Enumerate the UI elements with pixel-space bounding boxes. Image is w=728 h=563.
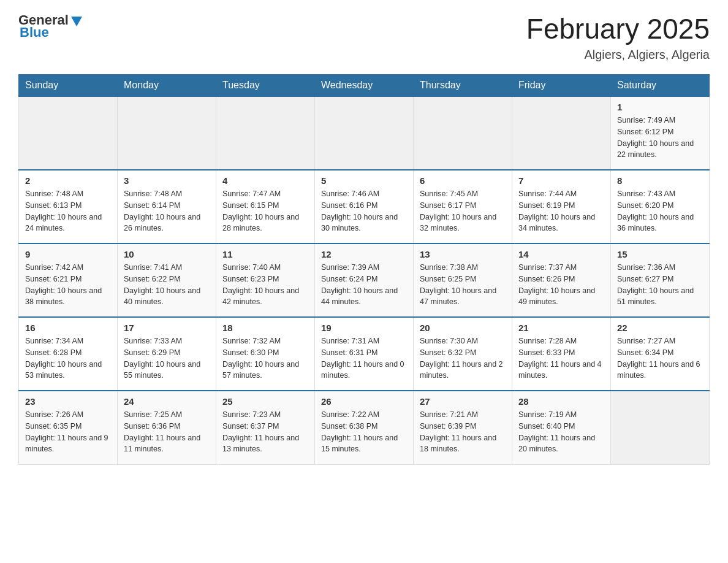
day-info: Sunrise: 7:22 AM Sunset: 6:38 PM Dayligh… xyxy=(321,409,407,455)
calendar-week-row: 1Sunrise: 7:49 AM Sunset: 6:12 PM Daylig… xyxy=(19,96,710,170)
day-info: Sunrise: 7:48 AM Sunset: 6:13 PM Dayligh… xyxy=(25,188,111,234)
calendar-week-row: 2Sunrise: 7:48 AM Sunset: 6:13 PM Daylig… xyxy=(19,170,710,243)
day-info: Sunrise: 7:42 AM Sunset: 6:21 PM Dayligh… xyxy=(25,262,111,308)
day-number: 1 xyxy=(617,102,703,112)
calendar-cell xyxy=(611,391,710,464)
calendar-cell: 26Sunrise: 7:22 AM Sunset: 6:38 PM Dayli… xyxy=(315,391,414,464)
day-info: Sunrise: 7:38 AM Sunset: 6:25 PM Dayligh… xyxy=(420,262,506,308)
calendar-cell: 10Sunrise: 7:41 AM Sunset: 6:22 PM Dayli… xyxy=(118,243,216,317)
day-info: Sunrise: 7:48 AM Sunset: 6:14 PM Dayligh… xyxy=(124,188,210,234)
logo: General Blue xyxy=(18,12,83,40)
col-header-thursday: Thursday xyxy=(414,75,512,97)
day-number: 27 xyxy=(420,396,506,407)
day-number: 12 xyxy=(321,249,407,259)
day-info: Sunrise: 7:39 AM Sunset: 6:24 PM Dayligh… xyxy=(321,262,407,308)
calendar-cell: 12Sunrise: 7:39 AM Sunset: 6:24 PM Dayli… xyxy=(315,243,414,317)
day-number: 6 xyxy=(420,175,506,186)
day-info: Sunrise: 7:41 AM Sunset: 6:22 PM Dayligh… xyxy=(124,262,210,308)
day-info: Sunrise: 7:37 AM Sunset: 6:26 PM Dayligh… xyxy=(518,262,604,308)
calendar-cell: 25Sunrise: 7:23 AM Sunset: 6:37 PM Dayli… xyxy=(216,391,315,464)
logo-triangle-icon xyxy=(70,14,83,28)
calendar-cell: 4Sunrise: 7:47 AM Sunset: 6:15 PM Daylig… xyxy=(216,170,315,243)
calendar-cell: 7Sunrise: 7:44 AM Sunset: 6:19 PM Daylig… xyxy=(512,170,611,243)
calendar-cell: 18Sunrise: 7:32 AM Sunset: 6:30 PM Dayli… xyxy=(216,317,315,391)
calendar-cell: 2Sunrise: 7:48 AM Sunset: 6:13 PM Daylig… xyxy=(19,170,118,243)
calendar-week-row: 23Sunrise: 7:26 AM Sunset: 6:35 PM Dayli… xyxy=(19,391,710,464)
calendar-week-row: 16Sunrise: 7:34 AM Sunset: 6:28 PM Dayli… xyxy=(19,317,710,391)
day-number: 11 xyxy=(222,249,308,259)
calendar-cell: 23Sunrise: 7:26 AM Sunset: 6:35 PM Dayli… xyxy=(19,391,118,464)
day-number: 3 xyxy=(124,175,210,186)
calendar-cell: 13Sunrise: 7:38 AM Sunset: 6:25 PM Dayli… xyxy=(414,243,512,317)
day-number: 25 xyxy=(222,396,308,407)
day-info: Sunrise: 7:44 AM Sunset: 6:19 PM Dayligh… xyxy=(518,188,604,234)
day-number: 17 xyxy=(124,323,210,333)
col-header-tuesday: Tuesday xyxy=(216,75,315,97)
logo-blue-text: Blue xyxy=(20,25,49,40)
calendar-cell xyxy=(512,96,611,170)
day-info: Sunrise: 7:31 AM Sunset: 6:31 PM Dayligh… xyxy=(321,335,407,381)
col-header-sunday: Sunday xyxy=(19,75,118,97)
day-info: Sunrise: 7:25 AM Sunset: 6:36 PM Dayligh… xyxy=(124,409,210,455)
day-info: Sunrise: 7:49 AM Sunset: 6:12 PM Dayligh… xyxy=(617,115,703,161)
calendar-cell: 19Sunrise: 7:31 AM Sunset: 6:31 PM Dayli… xyxy=(315,317,414,391)
day-number: 2 xyxy=(25,175,111,186)
day-number: 20 xyxy=(420,323,506,333)
day-number: 8 xyxy=(617,175,703,186)
day-number: 19 xyxy=(321,323,407,333)
day-number: 13 xyxy=(420,249,506,259)
day-number: 24 xyxy=(124,396,210,407)
calendar-cell xyxy=(118,96,216,170)
col-header-wednesday: Wednesday xyxy=(315,75,414,97)
calendar-cell: 1Sunrise: 7:49 AM Sunset: 6:12 PM Daylig… xyxy=(611,96,710,170)
day-number: 23 xyxy=(25,396,111,407)
col-header-friday: Friday xyxy=(512,75,611,97)
day-number: 28 xyxy=(518,396,604,407)
calendar-cell: 17Sunrise: 7:33 AM Sunset: 6:29 PM Dayli… xyxy=(118,317,216,391)
day-number: 7 xyxy=(518,175,604,186)
calendar-cell xyxy=(19,96,118,170)
day-info: Sunrise: 7:43 AM Sunset: 6:20 PM Dayligh… xyxy=(617,188,703,234)
day-number: 14 xyxy=(518,249,604,259)
calendar-cell: 5Sunrise: 7:46 AM Sunset: 6:16 PM Daylig… xyxy=(315,170,414,243)
day-info: Sunrise: 7:36 AM Sunset: 6:27 PM Dayligh… xyxy=(617,262,703,308)
day-number: 5 xyxy=(321,175,407,186)
calendar-body: 1Sunrise: 7:49 AM Sunset: 6:12 PM Daylig… xyxy=(19,96,710,464)
day-number: 10 xyxy=(124,249,210,259)
title-block: February 2025 Algiers, Algiers, Algeria xyxy=(526,12,710,62)
day-info: Sunrise: 7:30 AM Sunset: 6:32 PM Dayligh… xyxy=(420,335,506,381)
calendar-header: SundayMondayTuesdayWednesdayThursdayFrid… xyxy=(19,75,710,97)
day-info: Sunrise: 7:19 AM Sunset: 6:40 PM Dayligh… xyxy=(518,409,604,455)
calendar-cell: 16Sunrise: 7:34 AM Sunset: 6:28 PM Dayli… xyxy=(19,317,118,391)
day-number: 18 xyxy=(222,323,308,333)
day-info: Sunrise: 7:34 AM Sunset: 6:28 PM Dayligh… xyxy=(25,335,111,381)
calendar-cell: 6Sunrise: 7:45 AM Sunset: 6:17 PM Daylig… xyxy=(414,170,512,243)
day-number: 9 xyxy=(25,249,111,259)
calendar-cell: 22Sunrise: 7:27 AM Sunset: 6:34 PM Dayli… xyxy=(611,317,710,391)
month-title: February 2025 xyxy=(526,12,710,45)
calendar-cell: 24Sunrise: 7:25 AM Sunset: 6:36 PM Dayli… xyxy=(118,391,216,464)
calendar-cell: 8Sunrise: 7:43 AM Sunset: 6:20 PM Daylig… xyxy=(611,170,710,243)
calendar-cell: 14Sunrise: 7:37 AM Sunset: 6:26 PM Dayli… xyxy=(512,243,611,317)
calendar-cell: 11Sunrise: 7:40 AM Sunset: 6:23 PM Dayli… xyxy=(216,243,315,317)
calendar-cell: 28Sunrise: 7:19 AM Sunset: 6:40 PM Dayli… xyxy=(512,391,611,464)
day-number: 4 xyxy=(222,175,308,186)
day-info: Sunrise: 7:46 AM Sunset: 6:16 PM Dayligh… xyxy=(321,188,407,234)
page-header: General Blue February 2025 Algiers, Algi… xyxy=(18,12,710,62)
location-text: Algiers, Algiers, Algeria xyxy=(526,48,710,62)
day-info: Sunrise: 7:45 AM Sunset: 6:17 PM Dayligh… xyxy=(420,188,506,234)
calendar-cell xyxy=(216,96,315,170)
calendar-cell: 20Sunrise: 7:30 AM Sunset: 6:32 PM Dayli… xyxy=(414,317,512,391)
day-info: Sunrise: 7:33 AM Sunset: 6:29 PM Dayligh… xyxy=(124,335,210,381)
calendar-cell xyxy=(315,96,414,170)
day-number: 15 xyxy=(617,249,703,259)
calendar-cell: 15Sunrise: 7:36 AM Sunset: 6:27 PM Dayli… xyxy=(611,243,710,317)
col-header-monday: Monday xyxy=(118,75,216,97)
calendar-cell: 9Sunrise: 7:42 AM Sunset: 6:21 PM Daylig… xyxy=(19,243,118,317)
day-info: Sunrise: 7:26 AM Sunset: 6:35 PM Dayligh… xyxy=(25,409,111,455)
day-number: 22 xyxy=(617,323,703,333)
day-info: Sunrise: 7:28 AM Sunset: 6:33 PM Dayligh… xyxy=(518,335,604,381)
calendar-week-row: 9Sunrise: 7:42 AM Sunset: 6:21 PM Daylig… xyxy=(19,243,710,317)
day-info: Sunrise: 7:21 AM Sunset: 6:39 PM Dayligh… xyxy=(420,409,506,455)
calendar-cell: 3Sunrise: 7:48 AM Sunset: 6:14 PM Daylig… xyxy=(118,170,216,243)
